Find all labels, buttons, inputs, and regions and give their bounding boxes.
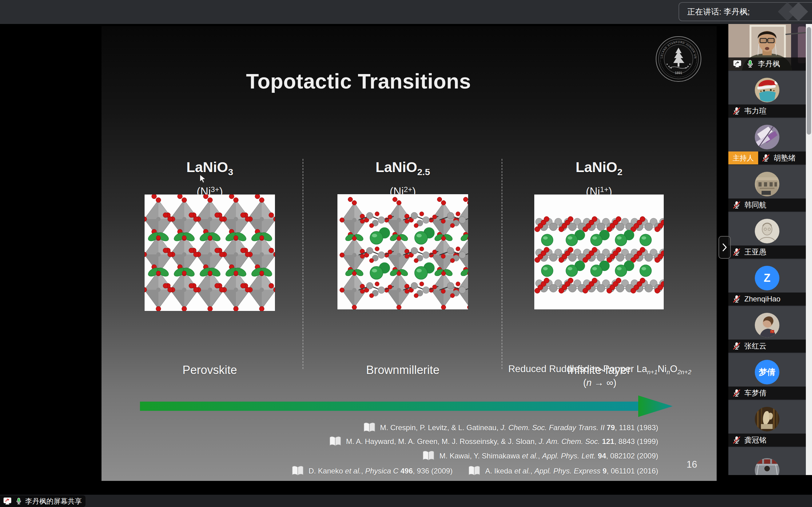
mic-muted-icon bbox=[732, 106, 741, 116]
reference-text: M. Kawai, Y. Shimakawa et al., Appl. Phy… bbox=[439, 452, 658, 460]
avatar bbox=[755, 172, 779, 196]
perovskite-structure-image bbox=[145, 194, 275, 311]
book-icon bbox=[291, 465, 304, 476]
participant-tile-hantonghang[interactable]: 韩同航 bbox=[728, 165, 806, 212]
brownmillerite-structure-image bbox=[338, 194, 468, 309]
column-separator bbox=[303, 159, 303, 369]
avatar bbox=[755, 407, 779, 432]
participant-name: 王亚愚 bbox=[744, 247, 766, 257]
host-badge: 主持人 bbox=[728, 152, 758, 164]
mic-active-icon bbox=[746, 59, 755, 68]
participant-name: 胡塾绪 bbox=[773, 153, 796, 163]
participant-name: 韦力瑄 bbox=[744, 106, 766, 116]
transition-arrow bbox=[138, 393, 674, 419]
participant-name: 张红云 bbox=[744, 341, 766, 351]
reference-4: D. Kaneko et al., Physica C 496, 936 (20… bbox=[291, 465, 658, 477]
avatar bbox=[755, 313, 779, 337]
mic-muted-icon bbox=[732, 341, 741, 351]
mic-muted-icon bbox=[732, 435, 741, 445]
participant-tile-partial[interactable] bbox=[728, 447, 806, 475]
participant-name: 韩同航 bbox=[744, 200, 766, 210]
collapse-panel-button[interactable] bbox=[718, 236, 731, 259]
participant-name: 龚冠铭 bbox=[744, 435, 766, 445]
active-speaker-label: 正在讲话: 李丹枫; bbox=[687, 6, 750, 17]
participant-name-bar: 主持人 胡塾绪 bbox=[728, 152, 806, 164]
shared-screen-slide: Topotactic Transitions LELAND STANFORD J… bbox=[101, 26, 717, 481]
mic-muted-icon bbox=[761, 153, 770, 163]
participant-name-bar: ZhenqiHao bbox=[728, 292, 806, 305]
reference-text: A. Ikeda et al., Appl. Phys. Express 9, … bbox=[485, 467, 658, 475]
bottom-bar bbox=[0, 495, 812, 507]
participant-tile-weilixuan[interactable]: 韦力瑄 bbox=[728, 71, 806, 118]
avatar-letter: Z bbox=[755, 266, 779, 290]
formula-lanio25: LaNiO2.5 bbox=[338, 159, 468, 178]
mic-muted-icon bbox=[732, 200, 741, 210]
participant-tile-chemengqian[interactable]: 梦倩 车梦倩 bbox=[728, 353, 806, 400]
participant-tile-zhenqihao[interactable]: Z ZhenqiHao bbox=[728, 259, 806, 306]
participant-name-bar: 王亚愚 bbox=[728, 245, 806, 259]
participant-tile-gongguanming[interactable]: 龚冠铭 bbox=[728, 400, 806, 447]
zoom-meeting-window: 正在讲话: 李丹枫; Topotactic Transitions LELAND… bbox=[0, 0, 812, 507]
book-icon bbox=[363, 422, 376, 433]
participant-tile-lidanfeng[interactable]: 李丹枫 bbox=[728, 24, 806, 71]
screen-share-icon bbox=[732, 59, 743, 68]
top-bar: 正在讲话: 李丹枫; bbox=[0, 0, 812, 24]
chevron-right-icon bbox=[721, 243, 728, 252]
seal-year: 1891 bbox=[675, 71, 682, 75]
mic-muted-icon bbox=[732, 247, 741, 257]
participants-panel: 李丹枫 韦力瑄 bbox=[728, 24, 806, 475]
avatar bbox=[755, 125, 779, 149]
ruddlesden-popper-limit: (n → ∞) bbox=[498, 377, 701, 388]
share-status-label: 李丹枫的屏幕共享 bbox=[25, 497, 82, 506]
participant-name-bar: 车梦倩 bbox=[728, 387, 806, 399]
participant-name: 李丹枫 bbox=[758, 59, 780, 69]
reference-3: M. Kawai, Y. Shimakawa et al., Appl. Phy… bbox=[422, 450, 658, 462]
formula-lanio2: LaNiO2 bbox=[534, 159, 664, 178]
participants-scrollbar-thumb[interactable] bbox=[807, 27, 811, 134]
formula-lanio3: LaNiO3 bbox=[145, 159, 275, 178]
book-icon bbox=[329, 436, 342, 447]
ruddlesden-popper-formula: Reduced Ruddlesden-Popper Lan+1NinO2n+2 bbox=[498, 363, 701, 375]
infinite-layer-structure-image bbox=[534, 194, 664, 309]
participant-name-bar: 李丹枫 bbox=[728, 57, 806, 70]
mic-active-icon bbox=[15, 497, 23, 505]
screen-share-icon bbox=[2, 497, 12, 506]
mic-muted-icon bbox=[732, 294, 741, 303]
slide-page-number: 16 bbox=[687, 459, 697, 470]
book-icon bbox=[422, 450, 435, 461]
participant-name-bar: 韦力瑄 bbox=[728, 105, 806, 117]
participant-tile-zhanghongyun[interactable]: 张红云 bbox=[728, 306, 806, 353]
book-icon bbox=[468, 465, 481, 476]
participant-name: ZhenqiHao bbox=[744, 295, 780, 303]
participant-tile-hushuxu[interactable]: 主持人 胡塾绪 bbox=[728, 118, 806, 165]
mouse-cursor bbox=[199, 174, 208, 184]
label-brownmillerite: Brownmillerite bbox=[338, 363, 468, 379]
participant-name: 车梦倩 bbox=[744, 388, 766, 398]
avatar bbox=[755, 458, 779, 475]
reference-text: D. Kaneko et al., Physica C 496, 936 (20… bbox=[308, 467, 452, 475]
participant-name-bar: 韩同航 bbox=[728, 199, 806, 211]
mic-muted-icon bbox=[732, 388, 741, 398]
participant-name-bar: 张红云 bbox=[728, 340, 806, 352]
label-perovskite: Perovskite bbox=[145, 363, 275, 379]
reference-text: M. Crespin, P. Levitz, & L. Gatineau, J.… bbox=[380, 424, 658, 432]
slide-title: Topotactic Transitions bbox=[246, 69, 471, 93]
reference-text: M. A. Hayward, M. A. Green, M. J. Rossei… bbox=[346, 437, 658, 446]
participant-name-bar: 龚冠铭 bbox=[728, 434, 806, 446]
column-separator bbox=[502, 159, 502, 369]
participant-tile-wangyayu[interactable]: 王亚愚 bbox=[728, 212, 806, 259]
avatar bbox=[755, 78, 779, 102]
avatar bbox=[755, 219, 779, 243]
avatar-letter: 梦倩 bbox=[755, 360, 779, 384]
screen-share-status-pill[interactable]: 李丹枫的屏幕共享 bbox=[0, 495, 86, 507]
reference-1: M. Crespin, P. Levitz, & L. Gatineau, J.… bbox=[363, 421, 658, 434]
stanford-seal-logo: LELAND STANFORD JUNIOR UNIVERSITY 1891 bbox=[655, 36, 702, 82]
reference-2: M. A. Hayward, M. A. Green, M. J. Rossei… bbox=[329, 435, 658, 448]
